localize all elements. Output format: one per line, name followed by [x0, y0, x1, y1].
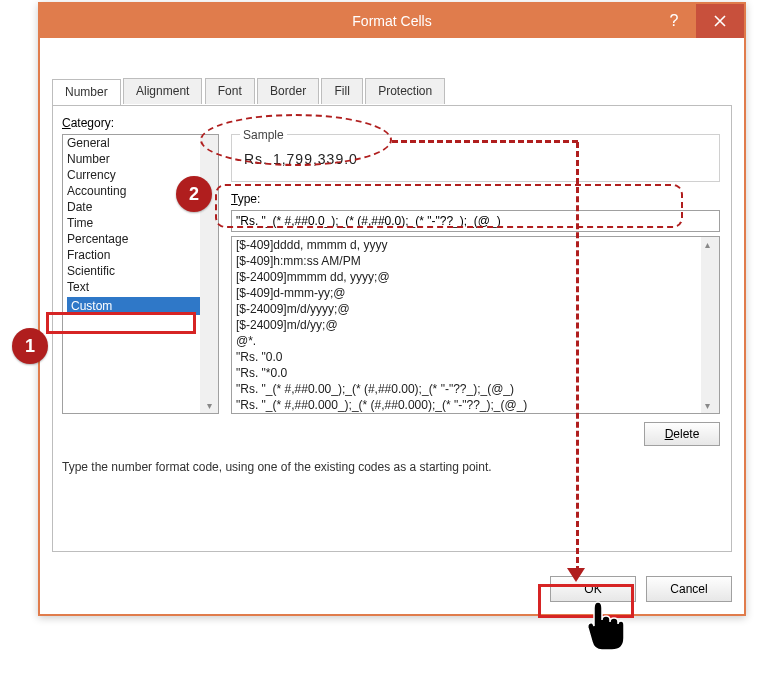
- dialog-title: Format Cells: [352, 13, 431, 29]
- list-item[interactable]: Text: [63, 279, 218, 295]
- list-item[interactable]: "Rs. "*0.0: [232, 365, 719, 381]
- list-item[interactable]: Time: [63, 215, 218, 231]
- tab-protection[interactable]: Protection: [365, 78, 445, 104]
- list-item[interactable]: [$-24009]mmmm dd, yyyy;@: [232, 269, 719, 285]
- format-listbox[interactable]: [$-409]dddd, mmmm d, yyyy [$-409]h:mm:ss…: [231, 236, 720, 414]
- list-item[interactable]: [$-24009]m/d/yy;@: [232, 317, 719, 333]
- annotation-arrowhead-icon: [567, 568, 585, 582]
- annotation-dash-line: [576, 142, 579, 572]
- titlebar: Format Cells ?: [40, 4, 744, 38]
- list-item[interactable]: General: [63, 135, 218, 151]
- list-item[interactable]: Scientific: [63, 263, 218, 279]
- list-item[interactable]: [$-409]dddd, mmmm d, yyyy: [232, 237, 719, 253]
- tab-alignment[interactable]: Alignment: [123, 78, 202, 104]
- list-item[interactable]: "Rs. "_(* #,##0.00_);_(* (#,##0.00);_(* …: [232, 381, 719, 397]
- delete-button[interactable]: Delete: [644, 422, 720, 446]
- sample-label: Sample: [240, 128, 287, 142]
- tab-border[interactable]: Border: [257, 78, 319, 104]
- list-item[interactable]: "Rs. "0.0: [232, 349, 719, 365]
- list-item[interactable]: [$-24009]m/d/yyyy;@: [232, 301, 719, 317]
- annotation-badge-1: 1: [12, 328, 48, 364]
- type-label: Type:: [231, 192, 260, 206]
- scrollbar[interactable]: [200, 135, 218, 413]
- tab-font[interactable]: Font: [205, 78, 255, 104]
- type-input[interactable]: [231, 210, 720, 232]
- sample-value: Rs. 1,799,339.0: [244, 151, 358, 167]
- tab-fill[interactable]: Fill: [321, 78, 362, 104]
- list-item[interactable]: [$-409]d-mmm-yy;@: [232, 285, 719, 301]
- list-item[interactable]: Fraction: [63, 247, 218, 263]
- list-item[interactable]: @*.: [232, 333, 719, 349]
- cancel-button[interactable]: Cancel: [646, 576, 732, 602]
- list-item[interactable]: "Rs. "_(* #,##0.000_);_(* (#,##0.000);_(…: [232, 397, 719, 413]
- hint-text: Type the number format code, using one o…: [62, 460, 492, 474]
- list-item-custom[interactable]: Custom: [67, 297, 214, 315]
- category-label: Category:: [62, 116, 114, 130]
- list-item[interactable]: Percentage: [63, 231, 218, 247]
- close-icon[interactable]: [696, 4, 744, 38]
- list-item[interactable]: [$-409]h:mm:ss AM/PM: [232, 253, 719, 269]
- annotation-dash-line: [392, 140, 578, 143]
- dialog-body: Number Alignment Font Border Fill Protec…: [52, 52, 732, 602]
- tab-number[interactable]: Number: [52, 79, 121, 105]
- list-item[interactable]: Number: [63, 151, 218, 167]
- scrollbar[interactable]: [701, 237, 719, 413]
- tab-strip: Number Alignment Font Border Fill Protec…: [52, 78, 732, 106]
- ok-button[interactable]: OK: [550, 576, 636, 602]
- annotation-badge-2: 2: [176, 176, 212, 212]
- format-cells-dialog: Format Cells ? Number Alignment Font Bor…: [38, 2, 746, 616]
- help-icon[interactable]: ?: [652, 4, 696, 38]
